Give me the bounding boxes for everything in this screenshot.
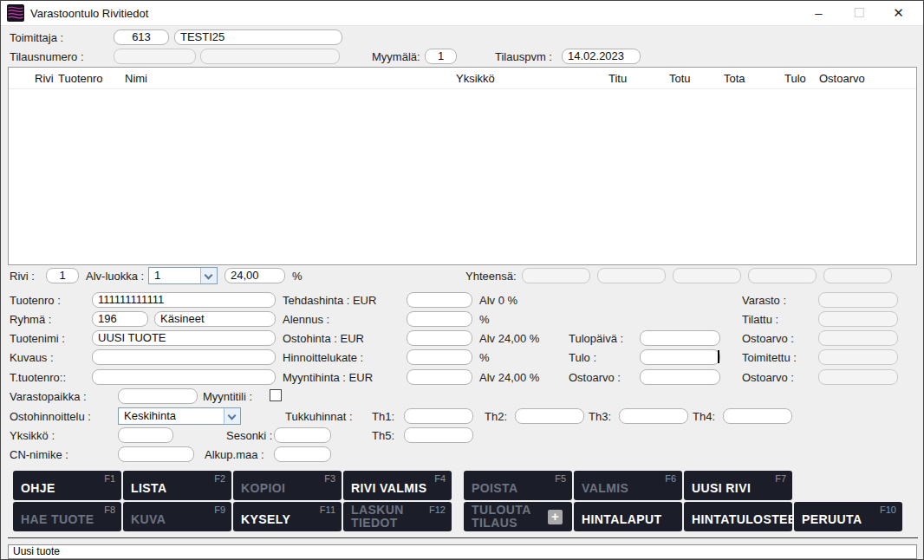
myyntihinta-label: Myyntihinta : EUR <box>283 371 373 384</box>
maximize-button[interactable]: ☐ <box>839 1 880 25</box>
fkey-label: F3 <box>324 473 335 484</box>
hintatulosteet-button[interactable]: HINTATULOSTEET <box>684 502 792 531</box>
alennus-suffix: % <box>479 313 490 326</box>
th5-label: Th5: <box>372 429 394 442</box>
alv-luokka-label: Alv-luokka : <box>86 270 144 283</box>
rows-table[interactable]: Rivi Tuotenro Nimi Yksikkö Titu Totu Tot… <box>8 67 917 265</box>
poista-button[interactable]: F5 POISTA <box>464 471 572 500</box>
th5-field[interactable] <box>404 427 473 443</box>
kuva-button[interactable]: F9 KUVA <box>123 502 231 531</box>
alv-luokka-select[interactable]: 1 <box>148 267 218 284</box>
kuvaus-label: Kuvaus : <box>10 351 54 364</box>
ostoarvo-stock1-field <box>818 330 898 346</box>
fkey-label: F5 <box>555 473 566 484</box>
tehdashinta-suffix: Alv 0 % <box>479 294 517 307</box>
table-header-divider <box>9 88 916 89</box>
fkey-label: F11 <box>320 505 335 515</box>
yksikko-label: Yksikkö : <box>10 429 55 442</box>
tilattu-label: Tilattu : <box>742 313 778 326</box>
tulopaiva-label: Tulopäivä : <box>569 332 623 345</box>
sesonki-field[interactable] <box>274 427 331 443</box>
ryhma-label: Ryhmä : <box>10 313 51 326</box>
tehdashinta-label: Tehdashinta : EUR <box>283 294 376 307</box>
tulopaiva-field[interactable] <box>640 330 720 346</box>
fkey-label: F1 <box>104 473 115 484</box>
th4-field[interactable] <box>723 408 792 424</box>
cn-nimike-field[interactable] <box>118 446 194 462</box>
minimize-button[interactable]: – <box>798 1 839 25</box>
tuotenimi-field[interactable]: UUSI TUOTE <box>92 330 276 346</box>
lista-button[interactable]: F2 LISTA <box>123 471 231 500</box>
th1-field[interactable] <box>404 408 473 424</box>
ryhma-name-field[interactable]: Käsineet <box>154 311 276 327</box>
th2-label: Th2: <box>485 410 507 423</box>
cn-nimike-label: CN-nimike : <box>10 448 68 461</box>
myyntitili-label: Myyntitili : <box>203 390 252 403</box>
ostohinnoittelu-label: Ostohinnoittelu : <box>10 410 91 423</box>
toimittaja-code-field[interactable]: 613 <box>114 29 169 45</box>
fkey-label: F6 <box>665 473 676 484</box>
yksikko-field[interactable] <box>118 427 173 443</box>
plus-icon[interactable]: + <box>548 510 563 524</box>
tilausnumero-field-1[interactable] <box>114 49 196 64</box>
ohje-button[interactable]: F1 OHJE <box>13 471 121 500</box>
tehdashinta-field[interactable] <box>407 292 472 308</box>
ostohinnoittelu-value: Keskihinta <box>124 409 176 422</box>
close-button[interactable]: ✕ <box>878 1 919 25</box>
yhteensa-field-5 <box>823 268 892 283</box>
column-header-tulo: Tulo <box>784 72 806 85</box>
ostohinnoittelu-select[interactable]: Keskihinta <box>118 407 241 425</box>
laskun-tiedot-button[interactable]: F12 LASKUN TIEDOT <box>343 502 452 531</box>
rivi-field[interactable]: 1 <box>46 268 79 283</box>
tilausnumero-field-2[interactable] <box>200 49 340 64</box>
th2-field[interactable] <box>515 408 584 424</box>
tulouta-tilaus-button[interactable]: TULOUTA TILAUS + <box>464 502 572 531</box>
column-header-titu: Titu <box>608 72 627 85</box>
hinnoittelukate-suffix: % <box>479 351 490 364</box>
hae-tuote-button[interactable]: F8 HAE TUOTE <box>13 502 121 531</box>
hinnoittelukate-field[interactable] <box>407 349 472 365</box>
kopioi-button[interactable]: F3 KOPIOI <box>233 471 342 500</box>
uusi-rivi-button[interactable]: F7 UUSI RIVI <box>684 471 792 500</box>
alkup-maa-field[interactable] <box>274 446 331 462</box>
myyntitili-checkbox[interactable] <box>270 389 282 401</box>
th3-field[interactable] <box>619 408 688 424</box>
yhteensa-field-3 <box>673 268 741 283</box>
ryhma-code-field[interactable]: 196 <box>92 311 148 327</box>
t-tuotenro-field[interactable] <box>92 369 276 385</box>
tilauspvm-field[interactable]: 14.02.2023 <box>562 49 641 64</box>
tuotenro-field[interactable]: 111111111111 <box>92 292 276 308</box>
column-header-nimi: Nimi <box>125 72 147 85</box>
toimitettu-field <box>818 349 898 365</box>
toimittaja-name-field[interactable]: TESTI25 <box>174 29 342 45</box>
varasto-field <box>818 292 898 308</box>
varastopaikka-field[interactable] <box>118 388 198 404</box>
chevron-down-icon[interactable] <box>200 268 217 283</box>
text-caret <box>718 350 719 363</box>
tulo-field[interactable] <box>640 349 720 365</box>
myymala-field[interactable]: 1 <box>425 49 457 64</box>
column-header-ostoarvo: Ostoarvo <box>819 72 865 85</box>
t-tuotenro-label: T.tuotenro:: <box>10 371 66 384</box>
valmis-button[interactable]: F6 VALMIS <box>574 471 682 500</box>
ostohinta-field[interactable] <box>407 330 472 346</box>
hintalaput-button[interactable]: HINTALAPUT <box>574 502 682 531</box>
peruuta-button[interactable]: F10 PERUUTA <box>794 502 902 531</box>
alkup-maa-label: Alkup.maa : <box>205 448 264 461</box>
ostoarvo-incoming-field[interactable] <box>640 369 720 385</box>
myyntihinta-field[interactable] <box>407 369 472 385</box>
alv-percent-field[interactable]: 24,00 <box>224 268 285 283</box>
fkey-label: F9 <box>214 505 225 515</box>
rivi-valmis-button[interactable]: F4 RIVI VALMIS <box>343 471 452 500</box>
status-bar: Uusi tuote <box>8 544 917 559</box>
tukkuhinnat-label: Tukkuhinnat : <box>285 410 353 423</box>
ostoarvo-incoming-label: Ostoarvo : <box>569 371 621 384</box>
tuotenimi-label: Tuotenimi : <box>10 332 65 345</box>
kuvaus-field[interactable] <box>92 349 276 365</box>
alennus-field[interactable] <box>407 311 472 327</box>
kysely-button[interactable]: F11 KYSELY <box>233 502 342 531</box>
tulo-label: Tulo : <box>569 351 596 364</box>
ostoarvo-stock2-field <box>818 369 898 385</box>
chevron-down-icon[interactable] <box>224 408 240 424</box>
ostohinta-suffix: Alv 24,00 % <box>479 332 539 345</box>
